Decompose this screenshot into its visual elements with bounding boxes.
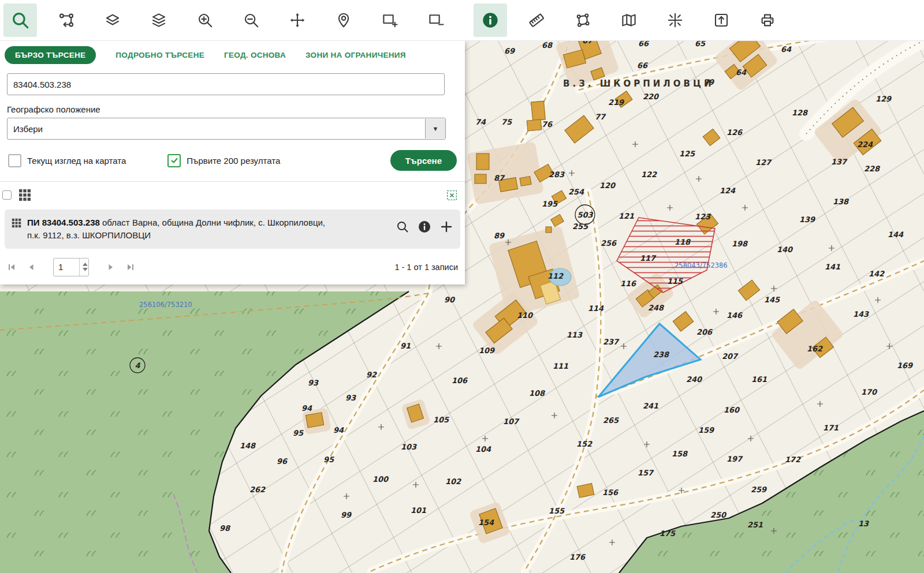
page-number-box bbox=[53, 258, 89, 276]
svg-text:169: 169 bbox=[897, 361, 914, 370]
select-rect-remove-icon bbox=[427, 12, 445, 29]
svg-text:197: 197 bbox=[726, 455, 743, 463]
tab-label: ПОДРОБНО ТЪРСЕНЕ bbox=[116, 51, 204, 59]
svg-text:89: 89 bbox=[494, 231, 505, 240]
svg-text:92: 92 bbox=[366, 370, 377, 379]
svg-text:107: 107 bbox=[503, 417, 520, 426]
svg-text:93: 93 bbox=[345, 394, 356, 402]
svg-text:98: 98 bbox=[219, 524, 231, 533]
svg-text:140: 140 bbox=[777, 245, 793, 254]
measure-distance-button[interactable] bbox=[520, 3, 553, 37]
toolbar bbox=[0, 0, 924, 41]
overview-map-button[interactable] bbox=[612, 3, 646, 37]
svg-text:220: 220 bbox=[643, 92, 660, 101]
svg-text:106: 106 bbox=[452, 376, 468, 385]
measure-area-button[interactable] bbox=[566, 3, 599, 37]
search-input[interactable] bbox=[7, 73, 445, 95]
svg-text:114: 114 bbox=[588, 304, 604, 313]
svg-text:170: 170 bbox=[861, 388, 878, 396]
svg-text:75: 75 bbox=[501, 118, 512, 126]
result-item[interactable]: ПИ 83404.503.238 област Варна, община До… bbox=[5, 209, 460, 249]
page-number-input[interactable] bbox=[54, 262, 79, 272]
next-page-button[interactable] bbox=[105, 261, 117, 273]
select-rect-add-button[interactable] bbox=[373, 3, 407, 37]
svg-text:137: 137 bbox=[831, 158, 848, 166]
svg-text:237: 237 bbox=[603, 338, 620, 346]
svg-text:127: 127 bbox=[755, 158, 772, 167]
svg-text:64: 64 bbox=[781, 45, 792, 54]
geo-select[interactable]: Избери ▼ bbox=[7, 118, 446, 140]
svg-text:77: 77 bbox=[595, 113, 606, 121]
zoom-out-icon bbox=[243, 12, 260, 29]
linked-search-button[interactable] bbox=[50, 3, 83, 37]
first-200-checkbox[interactable] bbox=[167, 154, 181, 167]
svg-text:248: 248 bbox=[648, 304, 665, 312]
svg-text:228: 228 bbox=[864, 164, 881, 173]
select-all-checkbox[interactable] bbox=[2, 190, 12, 200]
svg-text:148: 148 bbox=[240, 441, 256, 450]
svg-text:250: 250 bbox=[710, 511, 727, 519]
last-page-button[interactable] bbox=[125, 261, 136, 273]
select-rect-remove-button[interactable] bbox=[419, 3, 453, 37]
svg-text:4: 4 bbox=[135, 361, 140, 370]
svg-text:94: 94 bbox=[301, 404, 312, 413]
search-icon bbox=[10, 10, 30, 30]
svg-text:116: 116 bbox=[620, 279, 637, 288]
svg-text:91: 91 bbox=[400, 342, 411, 350]
svg-text:101: 101 bbox=[411, 506, 426, 515]
svg-text:241: 241 bbox=[643, 402, 658, 410]
pan-button[interactable] bbox=[281, 3, 314, 37]
first-page-button[interactable] bbox=[6, 261, 17, 273]
svg-text:141: 141 bbox=[825, 263, 840, 271]
svg-text:99: 99 bbox=[341, 511, 352, 519]
svg-text:254: 254 bbox=[568, 188, 584, 196]
svg-text:121: 121 bbox=[619, 212, 634, 220]
svg-text:161: 161 bbox=[751, 375, 767, 384]
svg-text:104: 104 bbox=[475, 445, 491, 454]
toolbar-right-group bbox=[474, 3, 784, 37]
svg-text:124: 124 bbox=[720, 186, 736, 195]
tab-restriction-zones[interactable]: ЗОНИ НА ОГРАНИЧЕНИЯ bbox=[305, 51, 406, 59]
svg-text:159: 159 bbox=[698, 426, 715, 435]
result-parcel-id: ПИ 83404.503.238 bbox=[27, 218, 100, 227]
svg-text:224: 224 bbox=[857, 140, 873, 149]
geodetic-grid-button[interactable] bbox=[658, 3, 692, 37]
zoom-out-button[interactable] bbox=[234, 3, 268, 37]
zoom-to-result-icon[interactable] bbox=[396, 220, 409, 234]
svg-text:126: 126 bbox=[726, 128, 743, 137]
tab-detailed-search[interactable]: ПОДРОБНО ТЪРСЕНЕ bbox=[116, 51, 204, 59]
search-button[interactable]: Търсене bbox=[390, 150, 457, 171]
layers-button[interactable] bbox=[96, 3, 129, 37]
marker-button[interactable] bbox=[327, 3, 360, 37]
zoom-in-button[interactable] bbox=[188, 3, 222, 37]
tab-geodetic-basis[interactable]: ГЕОД. ОСНОВА bbox=[224, 51, 286, 59]
print-icon bbox=[759, 12, 776, 29]
info-icon bbox=[481, 11, 500, 29]
clear-selection-icon[interactable] bbox=[446, 189, 458, 201]
svg-text:172: 172 bbox=[785, 455, 801, 464]
svg-text:74: 74 bbox=[475, 118, 486, 126]
tab-quick-search[interactable]: БЪРЗО ТЪРСЕНЕ bbox=[5, 46, 96, 64]
add-result-icon[interactable] bbox=[439, 220, 453, 234]
svg-text:129: 129 bbox=[875, 95, 892, 103]
search-tool-button[interactable] bbox=[3, 3, 37, 37]
linked-search-icon bbox=[58, 12, 75, 29]
export-button[interactable] bbox=[705, 3, 738, 37]
tab-label: ЗОНИ НА ОГРАНИЧЕНИЯ bbox=[305, 51, 406, 59]
svg-text:146: 146 bbox=[726, 311, 743, 320]
info-tool-button[interactable] bbox=[474, 3, 507, 37]
layer-order-button[interactable] bbox=[142, 3, 176, 37]
export-icon bbox=[713, 12, 730, 29]
svg-text:155: 155 bbox=[549, 507, 565, 515]
chevron-down-icon[interactable]: ▼ bbox=[425, 119, 445, 138]
print-button[interactable] bbox=[751, 3, 784, 37]
svg-text:123: 123 bbox=[695, 212, 711, 221]
svg-text:145: 145 bbox=[764, 295, 780, 304]
prev-page-button[interactable] bbox=[25, 261, 37, 273]
geo-select-value: Избери bbox=[8, 124, 425, 134]
svg-text:265: 265 bbox=[603, 416, 619, 425]
svg-text:156: 156 bbox=[602, 488, 619, 497]
result-info-icon[interactable] bbox=[418, 220, 431, 234]
current-view-checkbox[interactable] bbox=[8, 154, 21, 167]
page-spinner[interactable] bbox=[79, 259, 89, 276]
